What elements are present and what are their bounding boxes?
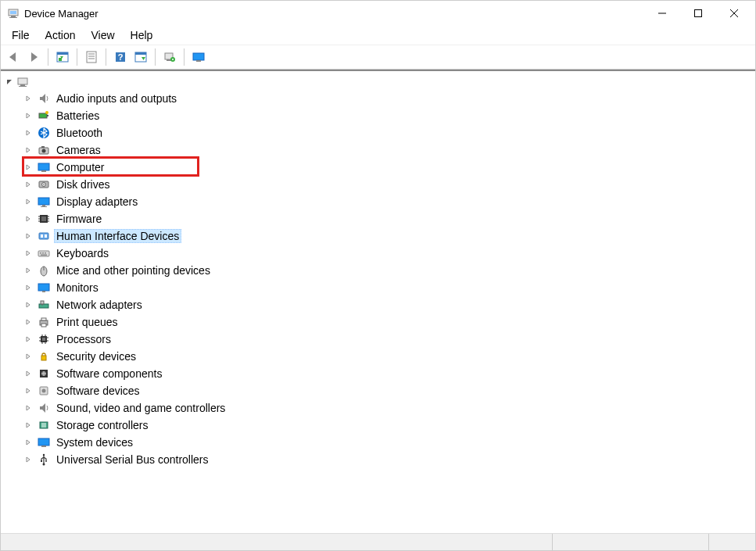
collapse-icon[interactable] — [4, 77, 15, 88]
expand-icon[interactable] — [24, 421, 35, 429]
svg-rect-67 — [41, 324, 46, 327]
svg-rect-11 — [87, 52, 96, 63]
expand-icon[interactable] — [24, 456, 35, 463]
tree-item-software-devices[interactable]: Software devices — [1, 382, 755, 399]
expand-icon[interactable] — [24, 267, 35, 274]
tree-item-monitors[interactable]: Monitors — [1, 279, 755, 296]
firmware-icon — [37, 212, 51, 226]
tree-item-mice-and-other-pointing-devices[interactable]: Mice and other pointing devices — [1, 262, 755, 279]
tree-root[interactable] — [1, 74, 755, 90]
expand-icon[interactable] — [24, 129, 35, 137]
expand-icon[interactable] — [24, 232, 35, 240]
tree-item-label: Processors — [54, 332, 113, 346]
tree-item-sound-video-and-game-controllers[interactable]: Sound, video and game controllers — [1, 399, 755, 417]
svg-rect-63 — [41, 301, 44, 304]
tree-toggle-icon — [56, 51, 69, 63]
computer-icon — [37, 160, 51, 174]
expand-icon[interactable] — [24, 215, 35, 223]
expand-icon[interactable] — [24, 95, 35, 102]
tree-item-cameras[interactable]: Cameras — [1, 141, 755, 159]
menu-help[interactable]: Help — [123, 27, 161, 43]
toolbar-forward-button[interactable] — [24, 48, 43, 66]
svg-rect-26 — [19, 86, 27, 87]
svg-rect-50 — [39, 233, 48, 239]
expand-icon[interactable] — [24, 112, 35, 120]
menu-file[interactable]: File — [4, 27, 38, 43]
expand-icon[interactable] — [24, 249, 35, 257]
tree-item-security-devices[interactable]: Security devices — [1, 348, 755, 365]
tree-item-label: Disk drives — [54, 177, 112, 191]
battery-icon — [37, 109, 51, 123]
expand-icon[interactable] — [24, 284, 35, 292]
expand-icon[interactable] — [24, 352, 35, 360]
svg-rect-57 — [41, 255, 47, 256]
expand-icon[interactable] — [24, 387, 35, 395]
tree-item-label: Software devices — [54, 384, 142, 398]
disk-icon — [37, 177, 51, 191]
titlebar: Device Manager — [1, 1, 755, 26]
tree-item-storage-controllers[interactable]: Storage controllers — [1, 417, 755, 434]
arrow-right-icon — [27, 51, 40, 63]
svg-rect-2 — [9, 17, 17, 18]
expand-icon[interactable] — [24, 301, 35, 309]
svg-rect-10 — [59, 58, 62, 61]
menubar: File Action View Help — [1, 26, 755, 45]
svg-rect-69 — [42, 338, 45, 341]
minimize-button[interactable] — [644, 2, 680, 25]
tree-item-display-adapters[interactable]: Display adapters — [1, 193, 755, 210]
menu-action[interactable]: Action — [38, 27, 84, 43]
tree-item-network-adapters[interactable]: Network adapters — [1, 296, 755, 313]
keyboard-icon — [37, 246, 51, 260]
toolbar-showhide-button[interactable] — [53, 48, 72, 66]
svg-rect-23 — [196, 60, 201, 62]
tree-item-computer[interactable]: Computer — [1, 159, 755, 176]
tree-item-audio-inputs-and-outputs[interactable]: Audio inputs and outputs — [1, 90, 755, 107]
tree-item-human-interface-devices[interactable]: Human Interface Devices — [1, 227, 755, 245]
toolbar-help-button[interactable]: ? — [111, 48, 130, 66]
expand-icon[interactable] — [24, 438, 35, 446]
expand-icon[interactable] — [24, 163, 35, 171]
cpu-icon — [37, 332, 51, 346]
statusbar-segment — [552, 534, 708, 550]
tree-item-label: Batteries — [54, 109, 102, 123]
tree-item-bluetooth[interactable]: Bluetooth — [1, 124, 755, 141]
tree-item-keyboards[interactable]: Keyboards — [1, 245, 755, 262]
toolbar-properties-button[interactable] — [82, 48, 101, 66]
svg-point-38 — [43, 184, 45, 185]
device-tree[interactable]: Audio inputs and outputsBatteriesBluetoo… — [1, 70, 755, 533]
tree-item-label: Keyboards — [54, 246, 111, 260]
expand-icon[interactable] — [24, 404, 35, 412]
tree-item-system-devices[interactable]: System devices — [1, 434, 755, 451]
svg-rect-24 — [18, 78, 27, 84]
tree-item-universal-serial-bus-controllers[interactable]: Universal Serial Bus controllers — [1, 451, 755, 468]
close-button[interactable] — [716, 2, 752, 25]
statusbar — [1, 533, 755, 550]
tree-item-label: Cameras — [54, 143, 103, 157]
toolbar-back-button[interactable] — [4, 48, 23, 66]
expand-icon[interactable] — [24, 370, 35, 377]
expand-icon[interactable] — [24, 198, 35, 206]
toolbar-action-button[interactable] — [131, 48, 150, 66]
tree-item-disk-drives[interactable]: Disk drives — [1, 176, 755, 193]
window-title: Device Manager — [24, 8, 99, 20]
tree-item-processors[interactable]: Processors — [1, 331, 755, 348]
tree-item-firmware[interactable]: Firmware — [1, 210, 755, 227]
hid-icon — [37, 229, 51, 243]
expand-icon[interactable] — [24, 146, 35, 154]
tree-item-batteries[interactable]: Batteries — [1, 107, 755, 124]
svg-point-86 — [43, 454, 45, 456]
expand-icon[interactable] — [24, 318, 35, 326]
toolbar-scan-button[interactable] — [160, 48, 179, 66]
expand-icon[interactable] — [24, 181, 35, 188]
tree-item-software-components[interactable]: Software components — [1, 365, 755, 382]
tree-item-label: Software components — [54, 367, 164, 381]
expand-icon[interactable] — [24, 335, 35, 343]
tree-item-print-queues[interactable]: Print queues — [1, 313, 755, 331]
tree-item-label: Human Interface Devices — [54, 229, 181, 243]
toolbar-monitor-button[interactable] — [189, 48, 208, 66]
svg-rect-60 — [38, 284, 49, 291]
maximize-button[interactable] — [680, 2, 716, 25]
menu-view[interactable]: View — [83, 27, 122, 43]
help-icon: ? — [114, 51, 127, 63]
printer-icon — [37, 315, 51, 329]
